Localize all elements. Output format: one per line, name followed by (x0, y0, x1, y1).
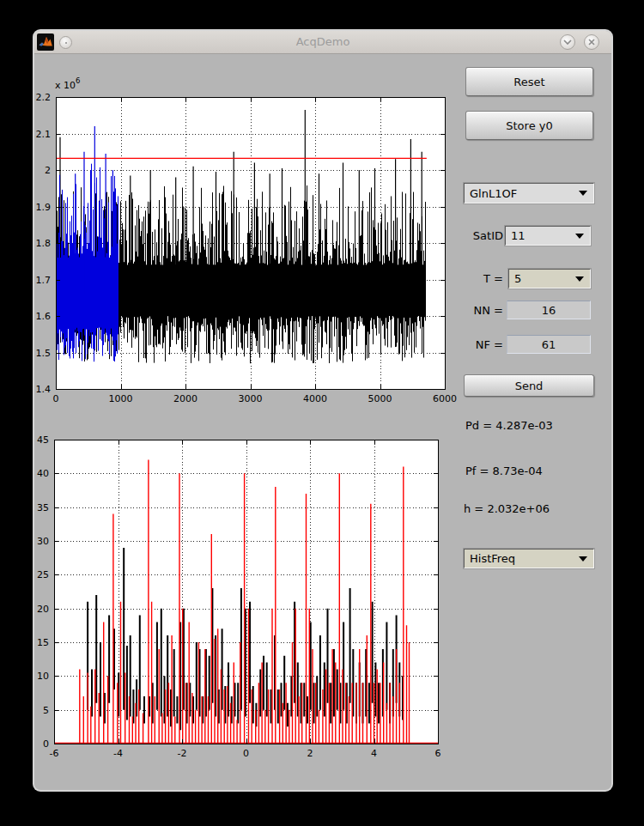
send-button[interactable]: Send (464, 374, 594, 397)
svg-text:3000: 3000 (239, 393, 263, 404)
svg-text:15: 15 (37, 637, 49, 648)
titlebar[interactable]: AcqDemo (34, 31, 611, 54)
acqdemo-window: AcqDemo 01000200030004000500060001.41.51… (34, 31, 611, 790)
svg-text:5: 5 (43, 705, 49, 716)
svg-text:2.1: 2.1 (36, 129, 52, 140)
svg-text:x 106: x 106 (55, 76, 80, 91)
dropdown-arrow-icon (575, 234, 584, 239)
dropdown-arrow-icon (579, 191, 587, 196)
svg-text:-6: -6 (50, 748, 59, 759)
svg-text:1.9: 1.9 (36, 202, 52, 213)
svg-text:2: 2 (45, 165, 51, 176)
svg-text:35: 35 (37, 502, 49, 513)
svg-text:45: 45 (37, 434, 49, 446)
svg-text:30: 30 (37, 536, 49, 547)
window-title: AcqDemo (34, 31, 611, 53)
svg-text:-4: -4 (113, 748, 123, 759)
svg-text:2000: 2000 (173, 393, 197, 404)
svg-text:1.6: 1.6 (36, 311, 52, 322)
pd-value: Pd = 4.287e-03 (465, 419, 553, 432)
desktop-background: { "window": { "title": "AcqDemo" }, "tit… (0, 0, 644, 826)
satid-label: SatID (467, 229, 503, 242)
svg-text:2: 2 (307, 748, 313, 759)
svg-text:1000: 1000 (109, 393, 133, 404)
t-dropdown[interactable]: 5 (508, 269, 591, 288)
nn-label: NN = (467, 304, 503, 317)
svg-text:6000: 6000 (433, 393, 457, 404)
close-button[interactable] (584, 34, 599, 50)
close-x-icon (588, 39, 595, 46)
reset-button[interactable]: Reset (465, 67, 593, 96)
svg-text:40: 40 (37, 468, 49, 479)
svg-text:0: 0 (243, 748, 249, 759)
pf-value: Pf = 8.73e-04 (465, 465, 543, 477)
store-y0-button[interactable]: Store y0 (465, 111, 593, 140)
dropdown-arrow-icon (579, 556, 587, 562)
satid-value: 11 (511, 229, 526, 242)
svg-text:0: 0 (43, 738, 49, 750)
svg-text:1.4: 1.4 (36, 384, 52, 395)
signal-system-dropdown[interactable]: GlnL1OF (464, 183, 594, 203)
svg-text:1.7: 1.7 (36, 275, 52, 286)
dropdown-arrow-icon (575, 276, 584, 282)
svg-text:1.8: 1.8 (36, 238, 52, 249)
histogram-plot: -6-4-20246051015202530354045 (34, 425, 464, 779)
svg-text:25: 25 (37, 569, 49, 580)
nf-label: NF = (467, 338, 503, 351)
hist-mode-value: HistFreq (470, 552, 515, 565)
svg-text:6: 6 (435, 748, 441, 759)
svg-text:2.2: 2.2 (36, 92, 52, 103)
svg-text:20: 20 (37, 604, 49, 615)
nn-field[interactable] (507, 301, 591, 319)
svg-text:-2: -2 (178, 748, 187, 759)
signal-plot: 01000200030004000500060001.41.51.61.71.8… (34, 73, 464, 423)
t-value: 5 (514, 272, 521, 285)
signal-system-value: GlnL1OF (470, 187, 517, 200)
svg-text:4: 4 (371, 748, 377, 759)
svg-text:0: 0 (53, 393, 59, 404)
svg-text:5000: 5000 (368, 393, 392, 404)
satid-dropdown[interactable]: 11 (505, 226, 591, 246)
nf-field[interactable] (507, 335, 591, 354)
h-threshold-value: h = 2.032e+06 (464, 502, 550, 515)
chevron-down-icon (563, 39, 572, 46)
minimize-button[interactable] (560, 34, 575, 50)
svg-text:1.5: 1.5 (36, 348, 52, 359)
t-label: T = (467, 272, 503, 285)
svg-text:4000: 4000 (303, 393, 327, 404)
svg-text:10: 10 (37, 671, 49, 682)
hist-mode-dropdown[interactable]: HistFreq (464, 549, 594, 568)
